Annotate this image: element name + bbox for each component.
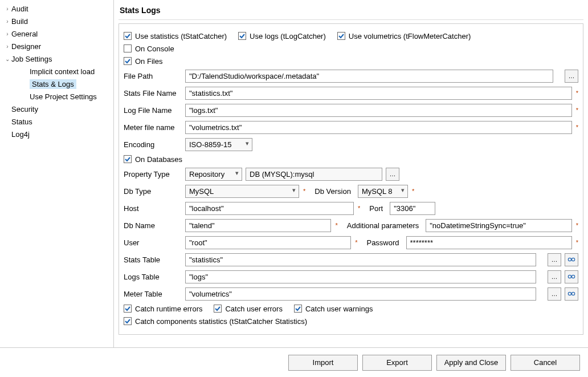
required-indicator: * [355, 239, 357, 246]
required-indicator: * [576, 107, 578, 113]
stats-logs-form: Use statistics (tStatCatcher) Use logs (… [119, 23, 583, 335]
on-databases-checkbox[interactable] [124, 155, 132, 163]
tree-item-status[interactable]: Status [0, 115, 113, 128]
tree-item-designer[interactable]: ›Designer [0, 40, 113, 52]
apply-and-close-button[interactable]: Apply and Close [436, 355, 506, 371]
on-files-label: On Files [135, 57, 162, 66]
tree-item-label: Use Project Settings [30, 92, 97, 101]
stats-file-input[interactable] [185, 87, 572, 100]
tree-item-log4j[interactable]: Log4j [0, 128, 113, 140]
svg-point-7 [571, 292, 574, 295]
preferences-tree: ›Audit›Build›General›Designer⌄Job Settin… [0, 0, 114, 347]
cancel-button[interactable]: Cancel [511, 355, 580, 371]
on-files-checkbox[interactable] [124, 57, 132, 65]
file-path-browse-button[interactable]: … [565, 70, 578, 83]
host-input[interactable] [185, 202, 354, 215]
tree-item-label: Status [11, 117, 32, 126]
user-input[interactable] [185, 236, 351, 249]
required-indicator: * [335, 222, 337, 229]
db-name-label: Db Name [124, 221, 182, 230]
encoding-select[interactable] [185, 138, 252, 151]
use-volumetrics-label: Use volumetrics (tFlowMeterCatcher) [349, 32, 471, 40]
main-panel: Stats Logs Use statistics (tStatCatcher)… [114, 0, 588, 347]
tree-item-label: Build [11, 17, 28, 26]
logs-table-input[interactable] [185, 270, 536, 283]
db-name-input[interactable] [185, 219, 331, 232]
tree-item-general[interactable]: ›General [0, 27, 113, 40]
svg-point-0 [568, 258, 571, 261]
port-input[interactable] [390, 202, 435, 215]
stats-table-browse-button[interactable]: … [548, 253, 561, 266]
tree-item-security[interactable]: Security [0, 103, 113, 115]
user-label: User [124, 238, 182, 247]
tree-item-job-settings[interactable]: ⌄Job Settings [0, 52, 113, 65]
tree-item-implicit-context-load[interactable]: Implicit context load [0, 65, 113, 78]
required-indicator: * [358, 205, 360, 212]
log-file-label: Log File Name [124, 106, 182, 115]
file-path-input[interactable] [185, 70, 553, 83]
add-params-input[interactable] [426, 219, 571, 232]
meter-table-label: Meter Table [124, 290, 182, 298]
stats-file-label: Stats File Name [124, 89, 182, 98]
encoding-label: Encoding [124, 140, 182, 149]
catch-runtime-checkbox[interactable] [124, 305, 132, 313]
tree-item-label: General [11, 30, 38, 38]
db-type-select[interactable] [185, 185, 299, 198]
required-indicator: * [576, 124, 578, 131]
repository-value-input[interactable] [246, 168, 382, 181]
password-label: Password [361, 238, 402, 247]
port-label: Port [364, 204, 386, 213]
property-type-select[interactable] [185, 168, 242, 181]
chevron-right-icon[interactable]: › [3, 31, 11, 37]
meter-table-view-button[interactable] [565, 287, 578, 301]
db-version-select[interactable] [358, 185, 408, 198]
repository-browse-button[interactable]: … [386, 168, 399, 181]
tree-item-build[interactable]: ›Build [0, 15, 113, 27]
catch-comp-stats-label: Catch components statistics (tStatCatche… [135, 317, 307, 326]
required-indicator: * [576, 90, 578, 96]
tree-item-label: Log4j [11, 130, 30, 139]
on-databases-label: On Databases [135, 155, 182, 164]
stats-table-view-button[interactable] [565, 253, 578, 266]
meter-table-browse-button[interactable]: … [548, 287, 561, 301]
use-volumetrics-checkbox[interactable] [337, 32, 345, 40]
use-statistics-checkbox[interactable] [124, 32, 132, 40]
chevron-right-icon[interactable]: › [3, 18, 11, 25]
export-button[interactable]: Export [362, 355, 432, 371]
meter-table-input[interactable] [185, 287, 536, 301]
dialog-footer: Import Export Apply and Close Cancel [0, 347, 588, 377]
meter-file-label: Meter file name [124, 123, 182, 132]
on-console-checkbox[interactable] [124, 44, 132, 52]
tree-item-label: Security [11, 105, 38, 113]
required-indicator: * [412, 188, 414, 194]
tree-item-label: Stats & Logs [30, 79, 76, 89]
tree-item-stats-logs[interactable]: Stats & Logs [0, 78, 113, 90]
logs-table-browse-button[interactable]: … [548, 270, 561, 283]
use-statistics-label: Use statistics (tStatCatcher) [135, 32, 227, 40]
catch-user-err-checkbox[interactable] [214, 305, 222, 313]
db-version-label: Db Version [309, 187, 354, 196]
chevron-right-icon[interactable]: › [3, 6, 11, 12]
chevron-right-icon[interactable]: › [3, 43, 11, 50]
catch-runtime-label: Catch runtime errors [135, 305, 202, 313]
tree-item-label: Job Settings [11, 55, 52, 63]
svg-point-6 [568, 292, 571, 295]
catch-comp-stats-checkbox[interactable] [124, 317, 132, 325]
password-input[interactable] [406, 236, 572, 249]
db-type-label: Db Type [124, 187, 182, 196]
stats-table-input[interactable] [185, 253, 536, 266]
logs-table-view-button[interactable] [565, 270, 578, 283]
tree-item-audit[interactable]: ›Audit [0, 2, 113, 15]
chevron-down-icon[interactable]: ⌄ [3, 56, 11, 62]
property-type-label: Property Type [124, 170, 182, 179]
tree-item-use-project-settings[interactable]: Use Project Settings [0, 90, 113, 103]
page-title: Stats Logs [119, 2, 583, 20]
meter-file-input[interactable] [185, 121, 572, 134]
tree-item-label: Designer [11, 42, 41, 51]
import-button[interactable]: Import [288, 355, 358, 371]
use-logs-checkbox[interactable] [238, 32, 246, 40]
log-file-input[interactable] [185, 104, 572, 117]
catch-user-warn-label: Catch user warnings [305, 305, 373, 313]
catch-user-err-label: Catch user errors [225, 305, 282, 313]
catch-user-warn-checkbox[interactable] [294, 305, 302, 313]
